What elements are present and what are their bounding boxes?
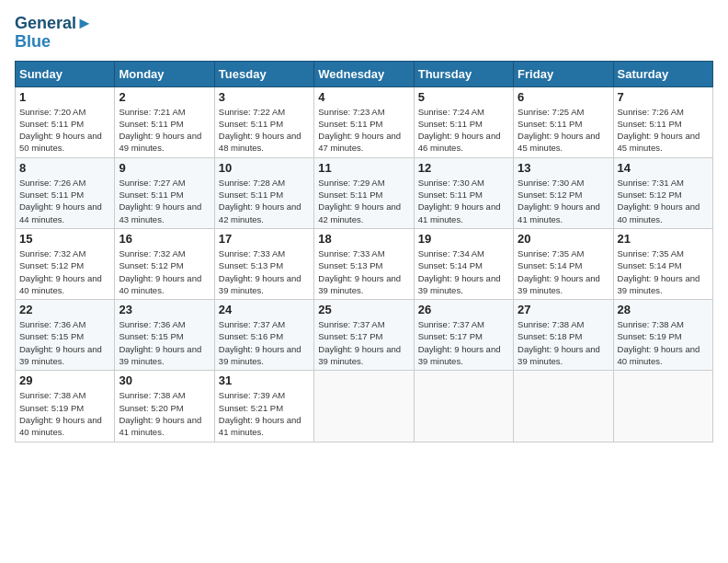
day-info: Sunrise: 7:37 AMSunset: 5:17 PMDaylight:…	[418, 318, 509, 367]
day-number: 28	[618, 303, 709, 316]
day-info: Sunrise: 7:29 AMSunset: 5:11 PMDaylight:…	[318, 177, 409, 225]
calendar-cell	[414, 371, 513, 442]
calendar-cell: 30Sunrise: 7:38 AMSunset: 5:20 PMDayligh…	[115, 371, 214, 442]
day-number: 22	[19, 303, 110, 316]
day-number: 25	[318, 303, 409, 316]
day-info: Sunrise: 7:38 AMSunset: 5:19 PMDaylight:…	[19, 389, 110, 438]
calendar-cell: 25Sunrise: 7:37 AMSunset: 5:17 PMDayligh…	[314, 300, 414, 371]
day-info: Sunrise: 7:32 AMSunset: 5:12 PMDaylight:…	[119, 247, 210, 296]
day-info: Sunrise: 7:37 AMSunset: 5:17 PMDaylight:…	[318, 318, 409, 367]
calendar-cell: 9Sunrise: 7:27 AMSunset: 5:11 PMDaylight…	[115, 157, 214, 228]
calendar-cell: 26Sunrise: 7:37 AMSunset: 5:17 PMDayligh…	[414, 300, 513, 371]
calendar-cell: 1Sunrise: 7:20 AMSunset: 5:11 PMDaylight…	[16, 86, 115, 157]
day-info: Sunrise: 7:38 AMSunset: 5:18 PMDaylight:…	[518, 318, 609, 367]
day-number: 27	[518, 303, 609, 316]
day-info: Sunrise: 7:38 AMSunset: 5:19 PMDaylight:…	[618, 318, 709, 367]
day-number: 23	[119, 303, 210, 316]
day-number: 17	[219, 232, 310, 246]
day-number: 16	[119, 232, 210, 246]
calendar-cell	[613, 371, 712, 442]
day-number: 5	[418, 90, 509, 104]
calendar-cell: 7Sunrise: 7:26 AMSunset: 5:11 PMDaylight…	[613, 86, 712, 157]
calendar-cell: 16Sunrise: 7:32 AMSunset: 5:12 PMDayligh…	[115, 228, 214, 299]
day-info: Sunrise: 7:23 AMSunset: 5:11 PMDaylight:…	[318, 106, 409, 155]
day-info: Sunrise: 7:26 AMSunset: 5:11 PMDaylight:…	[19, 177, 110, 225]
day-number: 14	[618, 161, 709, 175]
day-of-week-sunday: Sunday	[16, 61, 115, 86]
day-number: 15	[19, 232, 110, 246]
day-info: Sunrise: 7:21 AMSunset: 5:11 PMDaylight:…	[119, 106, 210, 155]
day-of-week-thursday: Thursday	[414, 61, 513, 86]
calendar-cell: 31Sunrise: 7:39 AMSunset: 5:21 PMDayligh…	[214, 371, 313, 442]
day-number: 4	[318, 90, 409, 104]
calendar-cell: 13Sunrise: 7:30 AMSunset: 5:12 PMDayligh…	[514, 157, 613, 228]
day-info: Sunrise: 7:36 AMSunset: 5:15 PMDaylight:…	[119, 318, 210, 367]
day-of-week-friday: Friday	[514, 61, 613, 86]
day-info: Sunrise: 7:35 AMSunset: 5:14 PMDaylight:…	[518, 247, 609, 296]
day-info: Sunrise: 7:34 AMSunset: 5:14 PMDaylight:…	[418, 247, 509, 296]
day-info: Sunrise: 7:25 AMSunset: 5:11 PMDaylight:…	[518, 106, 609, 155]
calendar-cell: 3Sunrise: 7:22 AMSunset: 5:11 PMDaylight…	[214, 86, 313, 157]
day-number: 29	[19, 373, 110, 387]
day-info: Sunrise: 7:32 AMSunset: 5:12 PMDaylight:…	[19, 247, 110, 296]
day-number: 24	[219, 303, 310, 316]
day-info: Sunrise: 7:28 AMSunset: 5:11 PMDaylight:…	[219, 177, 310, 225]
day-number: 30	[119, 373, 210, 387]
calendar-cell: 10Sunrise: 7:28 AMSunset: 5:11 PMDayligh…	[214, 157, 313, 228]
day-info: Sunrise: 7:22 AMSunset: 5:11 PMDaylight:…	[219, 106, 310, 155]
calendar-cell: 14Sunrise: 7:31 AMSunset: 5:12 PMDayligh…	[613, 157, 712, 228]
day-info: Sunrise: 7:33 AMSunset: 5:13 PMDaylight:…	[219, 247, 310, 296]
day-number: 1	[19, 90, 110, 104]
day-number: 7	[618, 90, 709, 104]
calendar-cell: 4Sunrise: 7:23 AMSunset: 5:11 PMDaylight…	[314, 86, 414, 157]
day-number: 6	[518, 90, 609, 104]
day-info: Sunrise: 7:24 AMSunset: 5:11 PMDaylight:…	[418, 106, 509, 155]
calendar-cell: 8Sunrise: 7:26 AMSunset: 5:11 PMDaylight…	[16, 157, 115, 228]
calendar-cell: 11Sunrise: 7:29 AMSunset: 5:11 PMDayligh…	[314, 157, 414, 228]
day-info: Sunrise: 7:20 AMSunset: 5:11 PMDaylight:…	[19, 106, 110, 155]
day-of-week-tuesday: Tuesday	[214, 61, 313, 86]
calendar-cell: 5Sunrise: 7:24 AMSunset: 5:11 PMDaylight…	[414, 86, 513, 157]
day-of-week-monday: Monday	[115, 61, 214, 86]
day-info: Sunrise: 7:33 AMSunset: 5:13 PMDaylight:…	[318, 247, 409, 296]
day-number: 31	[219, 373, 310, 387]
day-number: 12	[418, 161, 509, 175]
day-of-week-saturday: Saturday	[613, 61, 712, 86]
day-info: Sunrise: 7:37 AMSunset: 5:16 PMDaylight:…	[219, 318, 310, 367]
day-number: 2	[119, 90, 210, 104]
logo-text: General►Blue	[15, 15, 93, 52]
day-number: 19	[418, 232, 509, 246]
calendar-cell: 18Sunrise: 7:33 AMSunset: 5:13 PMDayligh…	[314, 228, 414, 299]
day-info: Sunrise: 7:30 AMSunset: 5:12 PMDaylight:…	[518, 177, 609, 225]
calendar-cell: 27Sunrise: 7:38 AMSunset: 5:18 PMDayligh…	[514, 300, 613, 371]
day-number: 9	[119, 161, 210, 175]
day-info: Sunrise: 7:30 AMSunset: 5:11 PMDaylight:…	[418, 177, 509, 225]
day-info: Sunrise: 7:36 AMSunset: 5:15 PMDaylight:…	[19, 318, 110, 367]
calendar-cell: 15Sunrise: 7:32 AMSunset: 5:12 PMDayligh…	[16, 228, 115, 299]
day-number: 18	[318, 232, 409, 246]
day-number: 11	[318, 161, 409, 175]
day-info: Sunrise: 7:26 AMSunset: 5:11 PMDaylight:…	[618, 106, 709, 155]
day-info: Sunrise: 7:38 AMSunset: 5:20 PMDaylight:…	[119, 389, 210, 438]
calendar-cell: 22Sunrise: 7:36 AMSunset: 5:15 PMDayligh…	[16, 300, 115, 371]
calendar-cell: 17Sunrise: 7:33 AMSunset: 5:13 PMDayligh…	[214, 228, 313, 299]
day-info: Sunrise: 7:31 AMSunset: 5:12 PMDaylight:…	[618, 177, 709, 225]
day-number: 21	[618, 232, 709, 246]
logo: General►Blue	[15, 15, 93, 52]
calendar-cell: 19Sunrise: 7:34 AMSunset: 5:14 PMDayligh…	[414, 228, 513, 299]
day-number: 20	[518, 232, 609, 246]
calendar-cell: 21Sunrise: 7:35 AMSunset: 5:14 PMDayligh…	[613, 228, 712, 299]
calendar-cell: 23Sunrise: 7:36 AMSunset: 5:15 PMDayligh…	[115, 300, 214, 371]
calendar-table: SundayMondayTuesdayWednesdayThursdayFrid…	[15, 61, 713, 442]
calendar-cell: 12Sunrise: 7:30 AMSunset: 5:11 PMDayligh…	[414, 157, 513, 228]
calendar-cell: 20Sunrise: 7:35 AMSunset: 5:14 PMDayligh…	[514, 228, 613, 299]
day-number: 26	[418, 303, 509, 316]
day-number: 3	[219, 90, 310, 104]
calendar-cell: 2Sunrise: 7:21 AMSunset: 5:11 PMDaylight…	[115, 86, 214, 157]
day-info: Sunrise: 7:27 AMSunset: 5:11 PMDaylight:…	[119, 177, 210, 225]
day-number: 8	[19, 161, 110, 175]
day-number: 10	[219, 161, 310, 175]
calendar-cell	[514, 371, 613, 442]
calendar-cell	[314, 371, 414, 442]
calendar-cell: 24Sunrise: 7:37 AMSunset: 5:16 PMDayligh…	[214, 300, 313, 371]
